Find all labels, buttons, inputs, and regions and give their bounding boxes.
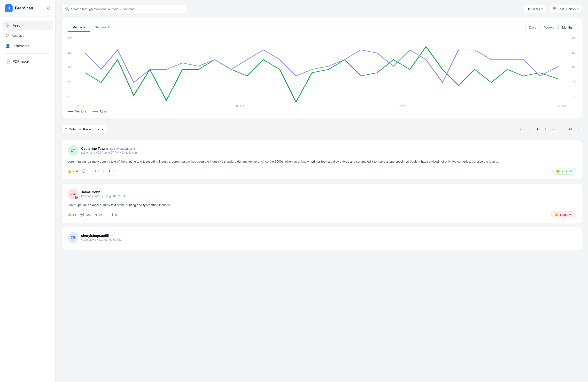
pdf-report-icon: 📄 bbox=[5, 59, 10, 64]
dislike-icon-2: ⬇ bbox=[111, 213, 114, 216]
avatar-wrapper-2: JC f bbox=[67, 189, 78, 199]
nav-divider bbox=[5, 54, 50, 54]
x-axis-labels: 26 jul 05 Aug 15 Aug 25 Aug bbox=[67, 105, 576, 107]
post-author-row-3: cherylsimpson55 bbox=[81, 234, 576, 238]
post-actions-2: 👍 1k 💬 223 ↺ 26 ⬇ 9 😞 Negative bbox=[67, 211, 576, 218]
sentiment-badge-2: 😞 Negative bbox=[551, 211, 576, 218]
sentiment-label-1: Positive bbox=[561, 169, 572, 173]
comment-count-1: 5 bbox=[87, 169, 89, 173]
date-range-button[interactable]: 📅 Last 30 days ▾ bbox=[549, 5, 582, 13]
post-text-2: Lorem Ipsum is simply dummy text of the … bbox=[67, 203, 576, 208]
period-buttons: Days Weeks Months bbox=[525, 24, 576, 31]
search-box[interactable]: 🔍 bbox=[62, 5, 188, 13]
y-axis-right: 200 150 100 50 0 bbox=[572, 37, 576, 102]
order-by-label: Order by: bbox=[68, 128, 82, 131]
app-logo-icon: B bbox=[5, 4, 13, 12]
order-by-button[interactable]: ≡ Order by: Recent first ▾ bbox=[62, 125, 107, 133]
legend-mentions: Mentions bbox=[67, 110, 87, 113]
order-bar: ≡ Order by: Recent first ▾ ‹ 1 2 3 4 ...… bbox=[62, 122, 582, 136]
share-count-2: 26 bbox=[99, 213, 102, 216]
sidebar-item-label-feed: Feed bbox=[13, 23, 20, 27]
pagination-ellipsis: ... bbox=[558, 126, 566, 133]
chart-tabs: Mentions Sentiment Days Weeks Months bbox=[67, 23, 576, 32]
sidebar-item-feed[interactable]: 📡 Feed bbox=[2, 20, 53, 30]
period-months[interactable]: Months bbox=[558, 24, 576, 31]
date-range-label: Last 30 days bbox=[558, 7, 576, 11]
comment-icon-2: 💬 bbox=[80, 213, 84, 216]
legend-mentions-label: Mentions bbox=[75, 110, 87, 113]
filters-button[interactable]: ⧗ Filters ▾ bbox=[524, 5, 546, 13]
comment-icon-1: 💬 bbox=[82, 169, 86, 173]
post-author-row-2: Jaime Conn bbox=[81, 190, 576, 194]
settings-icon[interactable]: ⚙ bbox=[47, 6, 51, 11]
period-days[interactable]: Days bbox=[525, 24, 540, 31]
like-action-1[interactable]: 👍 234 bbox=[67, 169, 78, 173]
pagination-next[interactable]: › bbox=[575, 126, 582, 133]
post-author-2: Jaime Conn bbox=[81, 190, 100, 194]
like-icon-2: 👍 bbox=[67, 213, 71, 216]
sidebar-item-analysis[interactable]: ⏱ Analysis bbox=[2, 31, 53, 40]
search-input[interactable] bbox=[71, 7, 184, 11]
sentiment-icon-1: 😊 bbox=[556, 169, 560, 173]
post-source-2: facebook.com • 22 Aug, 10:02 PM bbox=[81, 194, 576, 198]
filters-label: Filters bbox=[531, 7, 540, 11]
dislike-count-1: 7 bbox=[112, 169, 114, 173]
topbar: 🔍 ⧗ Filters ▾ 📅 Last 30 days ▾ bbox=[62, 5, 582, 13]
tab-sentiment[interactable]: Sentiment bbox=[90, 23, 114, 32]
share-icon-2: ↺ bbox=[95, 213, 98, 216]
reach-line bbox=[85, 50, 559, 82]
avatar-wrapper-1: CT bbox=[67, 145, 78, 156]
chart-area: 200 150 100 50 0 200 150 100 50 0 bbox=[67, 37, 576, 102]
mentions-line bbox=[85, 47, 559, 102]
sidebar-item-pdf-report[interactable]: 📄 PDF report bbox=[2, 57, 53, 66]
sidebar-item-label-influencers: Influencers bbox=[13, 44, 29, 48]
post-author-3: cherylsimpson55 bbox=[81, 234, 109, 238]
sidebar-logo: B BranScan ⚙ bbox=[0, 0, 55, 17]
main-content: 🔍 ⧗ Filters ▾ 📅 Last 30 days ▾ Mentions … bbox=[56, 0, 588, 382]
pagination-last[interactable]: 28 bbox=[567, 126, 574, 133]
share-action-1[interactable]: ↺ 2 bbox=[93, 169, 99, 173]
filter-icon: ⧗ bbox=[528, 7, 530, 11]
sidebar-item-influencers[interactable]: 👤 Influencers bbox=[2, 41, 53, 51]
like-count-1: 234 bbox=[73, 169, 78, 173]
share-icon-1: ↺ bbox=[93, 169, 96, 173]
post-author-row-1: Catherine Towne @Savion.Cassin6 bbox=[81, 147, 576, 151]
share-action-2[interactable]: ↺ 26 bbox=[95, 213, 102, 216]
post-actions-1: 👍 234 💬 5 ↺ 2 ⬇ 7 😊 Positive bbox=[67, 168, 576, 175]
chart-legend: Mentions Reach bbox=[67, 110, 576, 113]
sentiment-label-2: Negative bbox=[560, 213, 572, 216]
period-weeks[interactable]: Weeks bbox=[541, 24, 558, 31]
legend-reach: Reach bbox=[92, 110, 108, 113]
pagination-page-1[interactable]: 1 bbox=[525, 126, 533, 133]
comment-action-1[interactable]: 💬 5 bbox=[82, 169, 89, 173]
chevron-down-icon-date: ▾ bbox=[577, 7, 579, 11]
post-meta-3: cherylsimpson55 • 100 views • 21 Aug, 09… bbox=[81, 234, 576, 241]
comment-action-2[interactable]: 💬 223 bbox=[80, 213, 91, 216]
dislike-icon-1: ⬇ bbox=[108, 169, 111, 173]
sidebar: B BranScan ⚙ 📡 Feed ⏱ Analysis 👤 Influen… bbox=[0, 0, 56, 382]
pagination-prev[interactable]: ‹ bbox=[517, 126, 525, 133]
facebook-badge: f bbox=[74, 195, 78, 199]
pagination-page-3[interactable]: 3 bbox=[542, 126, 549, 133]
x-label-3: 15 Aug bbox=[397, 105, 405, 107]
post-card-1: CT Catherine Towne @Savion.Cassin6 twitt… bbox=[62, 140, 582, 180]
post-source-3: • 100 views • 21 Aug, 09:07 PM bbox=[81, 238, 576, 241]
pagination-page-4[interactable]: 4 bbox=[550, 126, 557, 133]
chart-card: Mentions Sentiment Days Weeks Months 200… bbox=[62, 18, 582, 118]
avatar-1: CT bbox=[67, 145, 78, 156]
dislike-action-2[interactable]: ⬇ 9 bbox=[111, 213, 117, 216]
x-label-1: 26 jul bbox=[77, 105, 84, 107]
like-action-2[interactable]: 👍 1k bbox=[67, 213, 76, 216]
legend-reach-label: Reach bbox=[100, 110, 108, 113]
tab-mentions[interactable]: Mentions bbox=[67, 23, 90, 32]
dislike-action-1[interactable]: ⬇ 7 bbox=[108, 169, 114, 173]
x-label-4: 25 Aug bbox=[558, 105, 567, 107]
action-divider-1 bbox=[104, 169, 104, 173]
feed-icon: 📡 bbox=[5, 23, 10, 28]
share-count-1: 2 bbox=[97, 169, 99, 173]
pagination-page-2[interactable]: 2 bbox=[534, 126, 541, 133]
sentiment-badge-1: 😊 Positive bbox=[552, 168, 576, 175]
sentiment-icon-2: 😞 bbox=[555, 213, 559, 216]
sidebar-item-label-analysis: Analysis bbox=[12, 34, 24, 38]
post-handle-1[interactable]: @Savion.Cassin6 bbox=[110, 147, 135, 151]
